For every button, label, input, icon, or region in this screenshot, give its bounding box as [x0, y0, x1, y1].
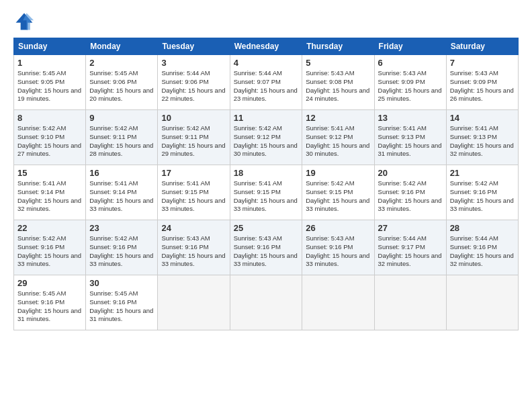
- day-info: Sunrise: 5:42 AM Sunset: 9:11 PM Dayligh…: [89, 124, 154, 158]
- calendar-cell: [158, 275, 230, 330]
- day-number: 1: [17, 58, 82, 68]
- week-row-2: 8Sunrise: 5:42 AM Sunset: 9:10 PM Daylig…: [14, 110, 519, 165]
- logo: [13, 11, 38, 32]
- calendar-table: Sunday Monday Tuesday Wednesday Thursday…: [13, 38, 519, 330]
- day-number: 17: [161, 168, 226, 178]
- day-info: Sunrise: 5:44 AM Sunset: 9:06 PM Dayligh…: [161, 69, 226, 103]
- calendar-cell: 10Sunrise: 5:42 AM Sunset: 9:11 PM Dayli…: [158, 110, 230, 165]
- week-row-5: 29Sunrise: 5:45 AM Sunset: 9:16 PM Dayli…: [14, 275, 519, 330]
- day-info: Sunrise: 5:41 AM Sunset: 9:12 PM Dayligh…: [306, 124, 370, 158]
- day-info: Sunrise: 5:43 AM Sunset: 9:16 PM Dayligh…: [234, 234, 299, 269]
- calendar-cell: 17Sunrise: 5:41 AM Sunset: 9:15 PM Dayli…: [158, 165, 230, 220]
- calendar-cell: 22Sunrise: 5:42 AM Sunset: 9:16 PM Dayli…: [14, 220, 86, 275]
- day-number: 7: [450, 58, 515, 68]
- day-number: 10: [161, 113, 226, 123]
- calendar-cell: 2Sunrise: 5:45 AM Sunset: 9:06 PM Daylig…: [86, 55, 158, 110]
- calendar-cell: 29Sunrise: 5:45 AM Sunset: 9:16 PM Dayli…: [14, 275, 86, 330]
- week-row-1: 1Sunrise: 5:45 AM Sunset: 9:05 PM Daylig…: [14, 55, 519, 110]
- header: [13, 11, 519, 32]
- day-info: Sunrise: 5:43 AM Sunset: 9:08 PM Dayligh…: [306, 69, 370, 103]
- calendar-cell: [302, 275, 374, 330]
- day-number: 28: [450, 223, 515, 233]
- day-number: 4: [234, 58, 299, 68]
- day-info: Sunrise: 5:41 AM Sunset: 9:14 PM Dayligh…: [17, 179, 82, 214]
- calendar-cell: 15Sunrise: 5:41 AM Sunset: 9:14 PM Dayli…: [14, 165, 86, 220]
- col-monday: Monday: [86, 38, 158, 55]
- col-sunday: Sunday: [14, 38, 86, 55]
- calendar-cell: 16Sunrise: 5:41 AM Sunset: 9:14 PM Dayli…: [86, 165, 158, 220]
- col-saturday: Saturday: [446, 38, 518, 55]
- day-info: Sunrise: 5:41 AM Sunset: 9:15 PM Dayligh…: [234, 179, 299, 214]
- calendar-cell: [374, 275, 446, 330]
- day-info: Sunrise: 5:44 AM Sunset: 9:16 PM Dayligh…: [450, 234, 515, 269]
- day-number: 19: [306, 168, 370, 178]
- col-tuesday: Tuesday: [158, 38, 230, 55]
- calendar-cell: 7Sunrise: 5:43 AM Sunset: 9:09 PM Daylig…: [446, 55, 518, 110]
- calendar-cell: 26Sunrise: 5:43 AM Sunset: 9:16 PM Dayli…: [302, 220, 374, 275]
- calendar-cell: 21Sunrise: 5:42 AM Sunset: 9:16 PM Dayli…: [446, 165, 518, 220]
- day-number: 27: [378, 223, 443, 233]
- page: Sunday Monday Tuesday Wednesday Thursday…: [0, 0, 532, 411]
- col-wednesday: Wednesday: [230, 38, 302, 55]
- day-number: 26: [306, 223, 370, 233]
- calendar-cell: 14Sunrise: 5:41 AM Sunset: 9:13 PM Dayli…: [446, 110, 518, 165]
- day-info: Sunrise: 5:43 AM Sunset: 9:16 PM Dayligh…: [306, 234, 370, 269]
- col-thursday: Thursday: [302, 38, 374, 55]
- day-number: 12: [306, 113, 370, 123]
- calendar-cell: 18Sunrise: 5:41 AM Sunset: 9:15 PM Dayli…: [230, 165, 302, 220]
- week-row-3: 15Sunrise: 5:41 AM Sunset: 9:14 PM Dayli…: [14, 165, 519, 220]
- day-info: Sunrise: 5:41 AM Sunset: 9:13 PM Dayligh…: [450, 124, 515, 158]
- calendar-cell: 13Sunrise: 5:41 AM Sunset: 9:13 PM Dayli…: [374, 110, 446, 165]
- calendar-cell: 9Sunrise: 5:42 AM Sunset: 9:11 PM Daylig…: [86, 110, 158, 165]
- day-info: Sunrise: 5:44 AM Sunset: 9:17 PM Dayligh…: [378, 234, 443, 269]
- day-number: 30: [89, 278, 154, 288]
- day-number: 29: [17, 278, 82, 288]
- day-number: 25: [234, 223, 299, 233]
- calendar-cell: 27Sunrise: 5:44 AM Sunset: 9:17 PM Dayli…: [374, 220, 446, 275]
- day-number: 20: [378, 168, 443, 178]
- week-row-4: 22Sunrise: 5:42 AM Sunset: 9:16 PM Dayli…: [14, 220, 519, 275]
- day-number: 8: [17, 113, 82, 123]
- day-info: Sunrise: 5:43 AM Sunset: 9:09 PM Dayligh…: [378, 69, 443, 103]
- day-number: 6: [378, 58, 443, 68]
- header-row: Sunday Monday Tuesday Wednesday Thursday…: [14, 38, 519, 55]
- day-number: 21: [450, 168, 515, 178]
- day-number: 15: [17, 168, 82, 178]
- calendar-cell: 1Sunrise: 5:45 AM Sunset: 9:05 PM Daylig…: [14, 55, 86, 110]
- day-number: 23: [89, 223, 154, 233]
- day-number: 13: [378, 113, 443, 123]
- day-number: 18: [234, 168, 299, 178]
- day-number: 9: [89, 113, 154, 123]
- day-number: 14: [450, 113, 515, 123]
- day-number: 5: [306, 58, 370, 68]
- calendar-cell: 3Sunrise: 5:44 AM Sunset: 9:06 PM Daylig…: [158, 55, 230, 110]
- day-info: Sunrise: 5:42 AM Sunset: 9:11 PM Dayligh…: [161, 124, 226, 158]
- day-number: 3: [161, 58, 226, 68]
- calendar-cell: 23Sunrise: 5:42 AM Sunset: 9:16 PM Dayli…: [86, 220, 158, 275]
- calendar-cell: 6Sunrise: 5:43 AM Sunset: 9:09 PM Daylig…: [374, 55, 446, 110]
- day-info: Sunrise: 5:42 AM Sunset: 9:16 PM Dayligh…: [17, 234, 82, 269]
- day-info: Sunrise: 5:41 AM Sunset: 9:13 PM Dayligh…: [378, 124, 443, 158]
- calendar-cell: [446, 275, 518, 330]
- calendar-cell: 28Sunrise: 5:44 AM Sunset: 9:16 PM Dayli…: [446, 220, 518, 275]
- calendar-cell: 20Sunrise: 5:42 AM Sunset: 9:16 PM Dayli…: [374, 165, 446, 220]
- day-info: Sunrise: 5:41 AM Sunset: 9:15 PM Dayligh…: [161, 179, 226, 214]
- day-info: Sunrise: 5:41 AM Sunset: 9:14 PM Dayligh…: [89, 179, 154, 214]
- calendar-cell: 24Sunrise: 5:43 AM Sunset: 9:16 PM Dayli…: [158, 220, 230, 275]
- calendar-cell: 4Sunrise: 5:44 AM Sunset: 9:07 PM Daylig…: [230, 55, 302, 110]
- col-friday: Friday: [374, 38, 446, 55]
- calendar-cell: 5Sunrise: 5:43 AM Sunset: 9:08 PM Daylig…: [302, 55, 374, 110]
- day-info: Sunrise: 5:42 AM Sunset: 9:16 PM Dayligh…: [450, 179, 515, 214]
- day-number: 11: [234, 113, 299, 123]
- calendar-cell: 11Sunrise: 5:42 AM Sunset: 9:12 PM Dayli…: [230, 110, 302, 165]
- calendar-cell: 19Sunrise: 5:42 AM Sunset: 9:15 PM Dayli…: [302, 165, 374, 220]
- day-info: Sunrise: 5:42 AM Sunset: 9:16 PM Dayligh…: [378, 179, 443, 214]
- day-info: Sunrise: 5:45 AM Sunset: 9:06 PM Dayligh…: [89, 69, 154, 103]
- calendar-cell: 25Sunrise: 5:43 AM Sunset: 9:16 PM Dayli…: [230, 220, 302, 275]
- day-info: Sunrise: 5:43 AM Sunset: 9:16 PM Dayligh…: [161, 234, 226, 269]
- day-number: 16: [89, 168, 154, 178]
- day-info: Sunrise: 5:44 AM Sunset: 9:07 PM Dayligh…: [234, 69, 299, 103]
- day-info: Sunrise: 5:45 AM Sunset: 9:16 PM Dayligh…: [89, 289, 154, 324]
- logo-icon: [13, 11, 35, 32]
- day-number: 2: [89, 58, 154, 68]
